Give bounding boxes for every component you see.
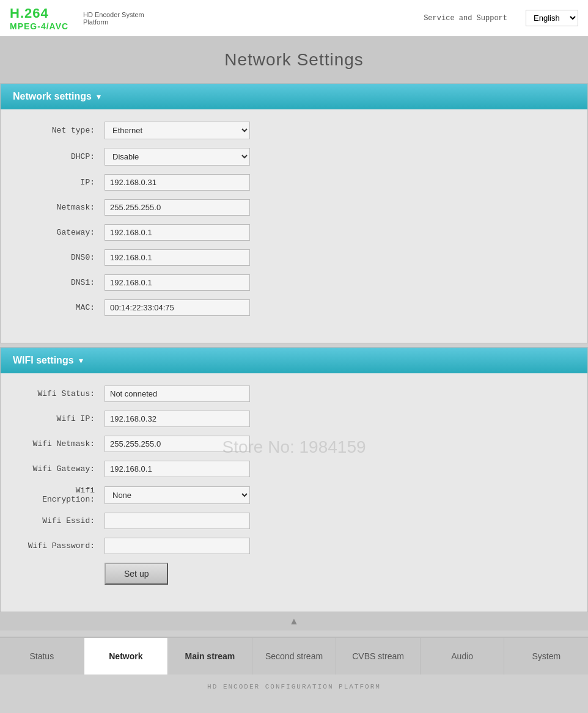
nav-label-cvbs-stream: CVBS stream (352, 651, 404, 661)
nav-label-second-stream: Second stream (265, 651, 323, 661)
nav-item-audio[interactable]: Audio (421, 638, 505, 675)
ip-label: IP: (19, 178, 105, 187)
dns0-label: DNS0: (19, 253, 105, 262)
wifi-status-input[interactable] (105, 386, 250, 402)
dns0-row: DNS0: (1, 249, 587, 266)
wifi-netmask-row: Wifi Netmask: (1, 436, 587, 452)
wifi-encryption-select[interactable]: None WPA WPA2 (105, 486, 250, 504)
nav-item-status[interactable]: Status (0, 638, 84, 675)
dhcp-select[interactable]: Disable Enable (105, 148, 250, 166)
gateway-label: Gateway: (19, 228, 105, 237)
ip-input[interactable] (105, 174, 250, 191)
wifi-password-row: Wifi Password: (1, 538, 587, 554)
nav-label-status: Status (29, 651, 54, 661)
wifi-netmask-input[interactable] (105, 436, 250, 452)
netmask-input[interactable] (105, 199, 250, 216)
subtitle-line1: HD Encoder System (83, 11, 144, 18)
nav-label-main-stream: Main stream (185, 651, 235, 661)
wifi-ip-label: Wifi IP: (19, 414, 105, 423)
footer-nav: Status Network Main stream Second stream… (0, 637, 588, 675)
nav-label-audio: Audio (451, 651, 473, 661)
gateway-row: Gateway: (1, 224, 587, 241)
wifi-ip-row: Wifi IP: (1, 411, 587, 427)
page-title-bar: Network Settings (0, 37, 588, 83)
nav-item-second-stream[interactable]: Second stream (252, 638, 337, 675)
wifi-settings-title: WIFI settings (13, 355, 74, 366)
logo-area: H.264 MPEG-4/AVC (10, 5, 68, 31)
logo-subtitle: HD Encoder System Platform (83, 11, 144, 26)
wifi-password-label: Wifi Password: (19, 541, 105, 550)
subtitle-line2: Platform (83, 18, 144, 26)
dns0-input[interactable] (105, 249, 250, 266)
netmask-label: Netmask: (19, 203, 105, 212)
mac-input[interactable] (105, 299, 250, 316)
netmask-row: Netmask: (1, 199, 587, 216)
ip-row: IP: (1, 174, 587, 191)
nav-label-network: Network (109, 651, 142, 661)
wifi-password-input[interactable] (105, 538, 250, 554)
network-settings-title: Network settings (13, 91, 92, 102)
dhcp-label: DHCP: (19, 152, 105, 161)
dhcp-row: DHCP: Disable Enable (1, 148, 587, 166)
network-settings-header: Network settings ▾ (1, 84, 587, 109)
wifi-essid-label: Wifi Essid: (19, 516, 105, 525)
page-title: Network Settings (224, 50, 364, 69)
wifi-status-row: Wifi Status: (1, 386, 587, 402)
net-type-row: Net type: Ethernet WiFi (1, 122, 587, 139)
setup-button[interactable]: Set up (105, 563, 168, 585)
wifi-gateway-label: Wifi Gateway: (19, 464, 105, 474)
service-support-label: Service and Support (424, 14, 507, 23)
network-settings-body: Net type: Ethernet WiFi DHCP: Disable En… (1, 109, 587, 343)
mac-row: MAC: (1, 299, 587, 316)
dns1-input[interactable] (105, 274, 250, 291)
footer-text: HD ENCODER CONFIGURATION PLATFORM (0, 675, 588, 699)
wifi-status-label: Wifi Status: (19, 389, 105, 398)
nav-label-system: System (532, 651, 560, 661)
nav-item-network[interactable]: Network (84, 638, 169, 675)
wifi-settings-arrow: ▾ (79, 356, 83, 365)
up-arrow-bar: ▲ (0, 612, 588, 631)
net-type-label: Net type: (19, 126, 105, 135)
nav-item-system[interactable]: System (504, 638, 588, 675)
dns1-label: DNS1: (19, 278, 105, 287)
wifi-encryption-row: Wifi Encryption: None WPA WPA2 (1, 486, 587, 504)
wifi-gateway-input[interactable] (105, 461, 250, 477)
wifi-ip-input[interactable] (105, 411, 250, 427)
footer-text-content: HD ENCODER CONFIGURATION PLATFORM (207, 683, 381, 690)
wifi-essid-row: Wifi Essid: (1, 513, 587, 529)
dns1-row: DNS1: (1, 274, 587, 291)
network-settings-arrow: ▾ (97, 92, 101, 101)
wifi-encryption-label: Wifi Encryption: (19, 486, 105, 504)
logo-h264: H.264 (10, 5, 68, 21)
wifi-settings-header: WIFI settings ▾ (1, 348, 587, 373)
wifi-gateway-row: Wifi Gateway: (1, 461, 587, 477)
network-settings-section: Network settings ▾ Net type: Ethernet Wi… (0, 83, 588, 343)
up-arrow-icon: ▲ (289, 616, 299, 626)
net-type-select[interactable]: Ethernet WiFi (105, 122, 250, 139)
nav-item-cvbs-stream[interactable]: CVBS stream (336, 638, 421, 675)
setup-button-row: Set up (1, 563, 587, 585)
nav-item-main-stream[interactable]: Main stream (168, 638, 252, 675)
main-content: Store No: 1984159 Network settings ▾ Net… (0, 83, 588, 612)
language-select[interactable]: English Chinese (526, 10, 578, 26)
header: H.264 MPEG-4/AVC HD Encoder System Platf… (0, 0, 588, 37)
header-right: Service and Support English Chinese (424, 10, 578, 26)
mac-label: MAC: (19, 303, 105, 312)
logo-mpeg: MPEG-4/AVC (10, 21, 68, 31)
gateway-input[interactable] (105, 224, 250, 241)
wifi-settings-body: Wifi Status: Wifi IP: Wifi Netmask: Wifi… (1, 373, 587, 612)
wifi-settings-section: WIFI settings ▾ Wifi Status: Wifi IP: Wi… (0, 347, 588, 612)
wifi-essid-input[interactable] (105, 513, 250, 529)
wifi-netmask-label: Wifi Netmask: (19, 439, 105, 448)
